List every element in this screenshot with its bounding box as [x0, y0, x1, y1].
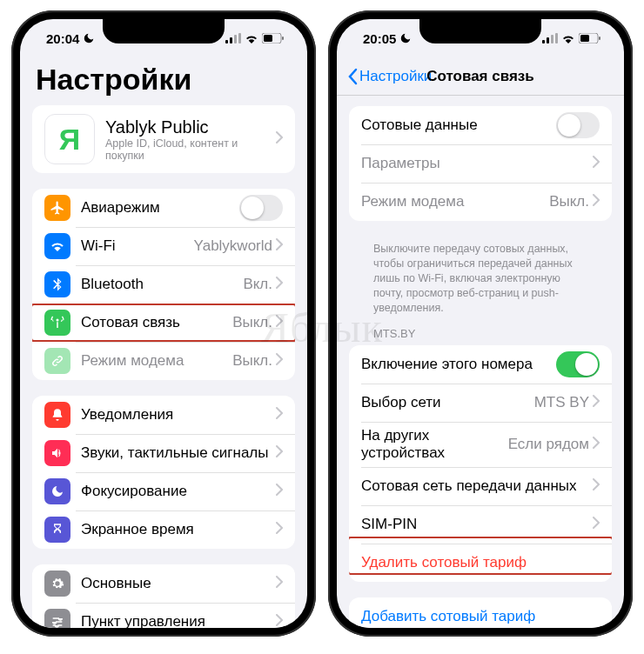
row-label: Режим модема [81, 352, 232, 370]
row-label: Выбор сети [361, 394, 534, 411]
row-label: Удалить сотовый тариф [361, 554, 600, 571]
chevron-right-icon [593, 394, 600, 411]
row-detail: Выкл. [549, 193, 589, 210]
svg-rect-16 [555, 33, 558, 43]
wifi-icon [245, 33, 258, 43]
hourglass-icon [44, 517, 70, 543]
cellular-row[interactable]: Сотовая связь Выкл. [32, 304, 295, 342]
svg-rect-3 [238, 33, 241, 43]
phone-right: 20:05 Настройки Сотовая связь Сотовые да… [328, 10, 633, 637]
control-center-row[interactable]: Пункт управления [32, 603, 295, 628]
row-label: Уведомления [81, 406, 276, 424]
cellular-data-switch[interactable] [556, 112, 600, 138]
battery-icon [262, 33, 285, 43]
bluetooth-row[interactable]: Bluetooth Вкл. [32, 265, 295, 304]
profile-avatar: Я [44, 114, 95, 164]
add-plan-row[interactable]: Добавить сотовый тариф [349, 597, 612, 628]
row-label: Сотовая связь [81, 314, 232, 331]
wifi-icon [561, 33, 575, 43]
wifi-row[interactable]: Wi-Fi Yablykworld [32, 227, 295, 265]
row-detail: Если рядом [508, 436, 589, 453]
sliders-icon [44, 609, 70, 628]
row-label: Wi-Fi [81, 237, 194, 255]
link-icon [44, 348, 70, 374]
other-devices-row[interactable]: На других устройствах Если рядом [349, 422, 612, 467]
svg-rect-15 [551, 35, 553, 43]
back-label: Настройки [359, 68, 432, 85]
svg-rect-18 [580, 35, 589, 42]
row-label: Основные [81, 575, 276, 592]
wifi-icon [44, 233, 70, 259]
row-label: Звуки, тактильные сигналы [81, 444, 276, 462]
enable-number-row[interactable]: Включение этого номера [349, 345, 612, 384]
moon-icon [399, 32, 412, 44]
row-label: Добавить сотовый тариф [361, 608, 600, 625]
row-label: Экранное время [81, 521, 276, 538]
row-label: Сотовые данные [361, 117, 556, 134]
gear-icon [44, 571, 70, 597]
group-header: MTS.BY [349, 327, 612, 345]
chevron-right-icon [276, 613, 283, 628]
focus-row[interactable]: Фокусирование [32, 472, 295, 511]
chevron-right-icon [593, 516, 600, 533]
status-time: 20:05 [363, 31, 396, 46]
row-label: Параметры [361, 155, 593, 172]
apple-id-row[interactable]: Я Yablyk Public Apple ID, iCloud, контен… [32, 105, 295, 173]
chevron-right-icon [276, 352, 283, 370]
row-detail: MTS BY [534, 394, 589, 411]
airplane-icon [44, 195, 70, 221]
battery-icon [579, 33, 601, 43]
parameters-row: Параметры [349, 144, 612, 183]
page-title: Настройки [20, 57, 307, 105]
row-label: Режим модема [361, 193, 549, 210]
svg-rect-14 [547, 37, 549, 43]
airplane-mode-row[interactable]: Авиарежим [32, 189, 295, 227]
chevron-right-icon [276, 314, 283, 331]
hotspot-row: Режим модема Выкл. [32, 342, 295, 380]
svg-rect-19 [599, 37, 600, 40]
notifications-row[interactable]: Уведомления [32, 396, 295, 434]
row-detail: Выкл. [232, 352, 272, 370]
chevron-right-icon [276, 130, 283, 148]
general-row[interactable]: Основные [32, 564, 295, 603]
svg-rect-1 [230, 37, 232, 43]
notch [103, 19, 225, 43]
svg-rect-13 [542, 40, 545, 43]
delete-plan-row[interactable]: Удалить сотовый тариф [349, 544, 612, 582]
moon-icon [83, 32, 95, 44]
row-label: На других устройствах [361, 427, 508, 462]
profile-name: Yablyk Public [105, 117, 276, 137]
sim-pin-row[interactable]: SIM-PIN [349, 505, 612, 544]
chevron-right-icon [276, 444, 283, 462]
back-button[interactable]: Настройки [347, 68, 432, 85]
bell-icon [44, 402, 70, 428]
chevron-right-icon [276, 406, 283, 424]
svg-rect-5 [264, 35, 272, 42]
row-label: Сотовая сеть передачи данных [361, 477, 593, 495]
network-selection-row[interactable]: Выбор сети MTS BY [349, 384, 612, 422]
antenna-icon [44, 310, 70, 336]
chevron-right-icon [276, 521, 283, 538]
bluetooth-icon [44, 271, 70, 297]
chevron-right-icon [593, 436, 600, 453]
row-detail: Вкл. [243, 276, 272, 293]
cellular-data-row[interactable]: Сотовые данные [349, 106, 612, 144]
status-time: 20:04 [46, 31, 79, 46]
enable-number-switch[interactable] [556, 351, 600, 377]
data-network-row[interactable]: Сотовая сеть передачи данных [349, 467, 612, 505]
sounds-row[interactable]: Звуки, тактильные сигналы [32, 434, 295, 472]
phone-left: 20:04 Настройки [11, 10, 316, 637]
screentime-row[interactable]: Экранное время [32, 511, 295, 549]
group-footer: Выключите передачу сотовых данных, чтобы… [349, 237, 612, 327]
speaker-icon [44, 440, 70, 466]
svg-rect-6 [282, 37, 284, 40]
chevron-right-icon [276, 483, 283, 500]
row-detail: Выкл. [232, 314, 272, 331]
airplane-switch[interactable] [239, 195, 283, 221]
notch [419, 19, 541, 43]
row-label: Включение этого номера [361, 356, 556, 373]
cellular-signal-icon [542, 33, 558, 43]
chevron-right-icon [593, 155, 600, 172]
row-label: SIM-PIN [361, 516, 593, 533]
svg-rect-0 [225, 40, 228, 43]
